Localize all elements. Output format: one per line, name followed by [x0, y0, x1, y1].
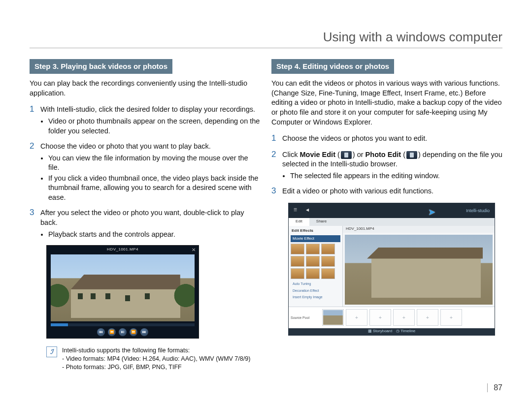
timeline-clip [322, 309, 344, 326]
info-note: ℐ Intelli-studio supports the following … [46, 346, 261, 372]
list-bullet: If you click a video thumbnail once, the… [48, 174, 261, 203]
timeline-slot: + [346, 309, 367, 326]
effect-thumb [291, 244, 304, 254]
sidebar-link: Auto Tuning [291, 281, 340, 287]
list-bullet: You can view the file information by mov… [48, 154, 261, 173]
sidebar-title: Edit Effects [291, 228, 340, 234]
tab-share: Share [309, 218, 333, 226]
player-filename: HDV_1001.MP4 [47, 246, 199, 254]
player-preview [51, 254, 195, 321]
step4-header: Step 4. Editing videos or photos [271, 59, 394, 74]
step3-header: Step 3. Playing back videos or photos [30, 59, 172, 74]
page-title: Using with a windows computer [30, 30, 502, 48]
info-icon: ℐ [46, 346, 57, 357]
effect-thumb [291, 256, 304, 267]
track-label: Source Pool [291, 316, 320, 320]
step3-intro: You can play back the recordings conveni… [30, 79, 261, 98]
editor-preview [345, 235, 493, 305]
step4-intro: You can edit the videos or photos in var… [271, 79, 502, 127]
app-logo: Intelli-studio [466, 208, 490, 214]
list-text: After you select the video or photo you … [40, 208, 261, 227]
timeline-track: Source Pool + + + + + [289, 307, 495, 328]
list-number: 1 [30, 105, 36, 137]
column-right: Step 4. Editing videos or photos You can… [271, 59, 502, 372]
list-bullet: Video or photo thumbnails appear on the … [48, 117, 261, 136]
timeline-slot: + [393, 309, 415, 326]
list-number: 2 [271, 150, 278, 182]
effect-thumb [306, 256, 320, 267]
effects-sidebar: Edit Effects Movie Effect [289, 226, 343, 312]
player-progress [51, 323, 195, 326]
video-player-screenshot: HDV_1001.MP4 ✕ ⏮ [46, 245, 199, 339]
rewind-icon: ⏪ [108, 328, 116, 336]
effect-thumb [306, 268, 320, 279]
prev-icon: ⏮ [97, 328, 105, 336]
note-line: - Photo formats: JPG, GIF, BMP, PNG, TIF… [62, 363, 250, 372]
note-line: - Video formats: MP4 (Video: H.264, Audi… [62, 355, 250, 363]
menu-icon: ☰ [294, 208, 297, 213]
sidebar-link: Decoration Effect [291, 287, 340, 294]
column-left: Step 3. Playing back videos or photos Yo… [30, 59, 261, 372]
timeline-slot: + [417, 309, 438, 326]
play-pause-icon: ⏯ [119, 328, 127, 336]
timeline-slot: + [369, 309, 391, 326]
list-text: Click Movie Edit () or Photo Edit () dep… [282, 150, 502, 169]
forward-icon: ⏩ [130, 328, 137, 336]
list-text: Choose the videos or photos you want to … [282, 134, 502, 144]
sidebar-link: Insert Empty Image [291, 294, 340, 300]
list-bullet: Playback starts and the controls appear. [48, 230, 261, 240]
view-timeline: ◷ Timeline [396, 329, 415, 334]
movie-edit-icon [341, 151, 352, 159]
page-number: 87 [487, 383, 502, 392]
back-icon: ◀ [306, 208, 309, 213]
list-bullet: The selected file appears in the editing… [290, 171, 502, 181]
list-number: 3 [271, 187, 278, 198]
next-icon: ⏭ [140, 328, 148, 336]
photo-edit-icon [406, 151, 417, 159]
view-storyboard: ▦ Storyboard [368, 329, 392, 334]
note-line: Intelli-studio supports the following fi… [62, 346, 250, 355]
list-text: Choose the video or photo that you want … [40, 142, 261, 152]
list-text: Edit a video or photo with various edit … [282, 187, 502, 196]
effect-thumb [321, 268, 335, 279]
effect-thumb [321, 256, 335, 267]
list-number: 3 [30, 208, 36, 240]
close-icon: ✕ [192, 247, 196, 253]
tab-edit: Edit [289, 218, 309, 226]
sidebar-section: Movie Effect [291, 235, 340, 243]
editor-screenshot: ☰ ◀ Intelli-studio Edit Share ➤ Edit Eff… [288, 203, 495, 336]
list-text: With Intelli-studio, click the desired f… [40, 105, 261, 115]
editor-filename: HDV_1001.MP4 [343, 226, 495, 233]
list-number: 2 [30, 142, 36, 203]
effect-thumb [291, 268, 304, 279]
timeline-slot: + [440, 309, 462, 326]
list-number: 1 [271, 134, 278, 145]
cursor-icon: ➤ [428, 206, 435, 218]
effect-thumb [306, 244, 320, 254]
effect-thumb [321, 244, 335, 254]
